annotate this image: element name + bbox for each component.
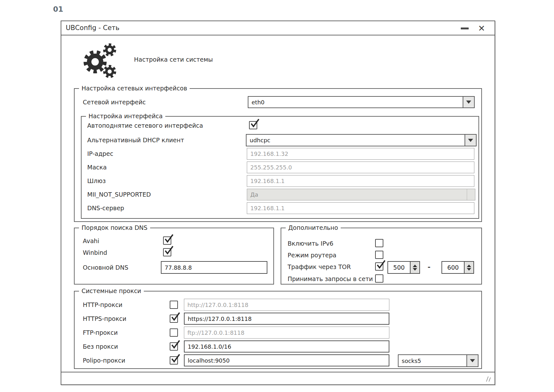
router-mode-checkbox[interactable] [375, 251, 383, 259]
spinner-up-icon[interactable] [413, 265, 417, 267]
router-mode-label: Режим роутера [288, 251, 336, 259]
status-bar [61, 372, 495, 384]
auto-up-checkbox[interactable] [249, 121, 257, 129]
interface-select-value: eth0 [248, 97, 463, 107]
avahi-checkbox[interactable] [163, 236, 171, 245]
group-network-interfaces: Настройка сетевых интерфейсов Сетевой ин… [74, 88, 482, 222]
checkmark-icon [170, 340, 180, 350]
checkmark-icon [163, 234, 174, 244]
chevron-down-icon[interactable] [465, 135, 476, 146]
checkmark-icon [170, 353, 180, 364]
group-dns-order-legend: Порядок поиска DNS [79, 224, 150, 231]
ftp-proxy-checkbox[interactable] [170, 328, 178, 337]
polipo-proxy-field[interactable] [184, 354, 389, 366]
group-extras: Дополнительно Включить IPv6 Режим роутер… [281, 228, 482, 285]
checkmark-icon [170, 312, 180, 322]
polipo-type-select-value: socks5 [399, 355, 466, 366]
dns-server-field[interactable] [247, 202, 474, 214]
winbind-label: Winbind [83, 249, 107, 257]
mii-not-supported-field: Да [247, 189, 475, 200]
spinner-buttons[interactable] [410, 262, 419, 273]
ftp-proxy-label: FTP-прокси [83, 329, 118, 337]
http-proxy-field[interactable] [184, 299, 389, 311]
mii-not-supported-value: Да [247, 189, 467, 200]
polipo-type-select[interactable]: socks5 [398, 354, 478, 367]
window-title: UBConfig - Сеть [66, 24, 119, 32]
spinner-buttons[interactable] [464, 262, 473, 273]
tor-traffic-checkbox[interactable] [375, 262, 383, 271]
accept-requests-label: Принимать запросы в сети [288, 275, 373, 283]
auto-up-label: Автоподнятие сетевого интерфейса [87, 122, 203, 130]
group-dns-order: Порядок поиска DNS Avahi Winbind Основно… [74, 228, 274, 285]
titlebar: UBConfig - Сеть ✕ [61, 21, 495, 35]
primary-dns-label: Основной DNS [83, 264, 128, 272]
netmask-field[interactable] [247, 162, 474, 173]
ipv6-checkbox[interactable] [375, 239, 383, 247]
group-system-proxies: Системные прокси HTTP-прокси HTTPS-прокс… [74, 291, 482, 369]
slide-number-label: 01 [53, 5, 63, 13]
interface-label: Сетевой интерфейс [83, 98, 146, 106]
port-range-separator: - [428, 263, 430, 271]
dns-server-label: DNS-сервер [87, 204, 124, 212]
checkmark-icon [375, 260, 386, 270]
group-system-proxies-legend: Системные прокси [79, 287, 144, 294]
resize-grip-icon[interactable] [484, 375, 491, 383]
interface-select[interactable]: eth0 [248, 96, 475, 108]
ubconfig-window: UBConfig - Сеть ✕ Настройка сети системы… [61, 21, 495, 385]
tor-port-from-value: 500 [388, 262, 410, 273]
dhcp-client-label: Альтернативный DHCP клиент [87, 136, 184, 144]
polipo-proxy-label: Polipo-прокси [83, 357, 125, 364]
dialog-heading: Настройка сети системы [134, 56, 213, 63]
no-proxy-label: Без прокси [83, 343, 118, 351]
close-icon[interactable]: ✕ [478, 22, 485, 34]
checkmark-icon [249, 118, 260, 129]
disabled-dropdown-button [467, 189, 475, 200]
group-interface-settings-legend: Настройка интерфейса [86, 113, 165, 119]
ftp-proxy-field[interactable] [184, 327, 389, 339]
https-proxy-checkbox[interactable] [170, 315, 178, 323]
group-interface-settings: Настройка интерфейса Автоподнятие сетево… [81, 116, 479, 219]
primary-dns-field[interactable] [161, 261, 267, 274]
avahi-label: Avahi [83, 237, 99, 245]
dhcp-client-select[interactable]: udhcpc [246, 134, 477, 146]
dhcp-client-select-value: udhcpc [247, 135, 465, 146]
tor-port-to-spinner[interactable]: 600 [441, 261, 474, 274]
page: 01 UBConfig - Сеть ✕ Настройка сети сист… [0, 0, 554, 392]
winbind-checkbox[interactable] [163, 248, 171, 256]
mii-not-supported-label: MII_NOT_SUPPORTED [87, 191, 151, 199]
gears-icon [83, 42, 120, 79]
ip-address-field[interactable] [247, 148, 474, 160]
tor-port-to-value: 600 [442, 262, 464, 273]
gateway-field[interactable] [247, 175, 474, 187]
group-extras-legend: Дополнительно [286, 224, 341, 231]
chevron-down-icon[interactable] [463, 97, 474, 107]
ipv6-label: Включить IPv6 [288, 240, 333, 248]
no-proxy-field[interactable] [184, 340, 389, 352]
tor-traffic-label: Траффик через TOR [288, 263, 351, 271]
spinner-up-icon[interactable] [467, 265, 471, 267]
gateway-label: Шлюз [87, 177, 106, 185]
https-proxy-label: HTTPS-прокси [83, 315, 126, 323]
chevron-down-icon[interactable] [466, 355, 478, 366]
minimize-icon[interactable] [461, 28, 469, 29]
polipo-proxy-checkbox[interactable] [170, 356, 178, 364]
checkmark-icon [163, 245, 174, 256]
https-proxy-field[interactable] [184, 313, 389, 325]
no-proxy-checkbox[interactable] [170, 342, 178, 351]
spinner-down-icon[interactable] [467, 268, 471, 271]
ip-address-label: IP-адрес [87, 150, 113, 158]
accept-requests-checkbox[interactable] [375, 274, 383, 283]
group-network-interfaces-legend: Настройка сетевых интерфейсов [79, 85, 190, 92]
netmask-label: Маска [87, 163, 107, 171]
tor-port-from-spinner[interactable]: 500 [387, 261, 420, 274]
http-proxy-checkbox[interactable] [170, 301, 178, 309]
http-proxy-label: HTTP-прокси [83, 301, 122, 309]
spinner-down-icon[interactable] [413, 268, 417, 271]
